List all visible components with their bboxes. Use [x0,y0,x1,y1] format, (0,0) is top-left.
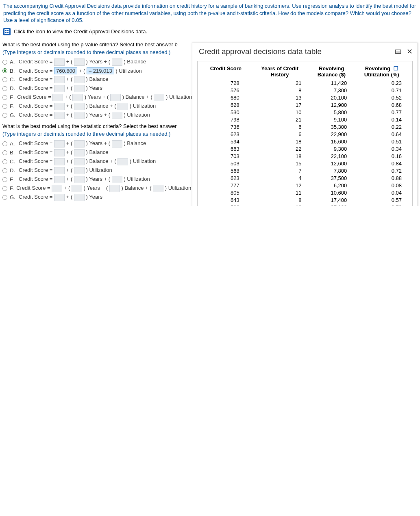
input-box[interactable] [154,94,164,101]
cell: 0.71 [354,87,409,94]
option-letter: E. [10,176,16,182]
cell: 10 [251,108,309,116]
cell: 503 [201,160,251,167]
cell: 0.08 [354,182,409,189]
cell: 777 [201,182,251,189]
input-box[interactable] [72,185,82,192]
radio-icon[interactable] [2,95,7,100]
radio-icon[interactable] [2,141,7,146]
input-box[interactable] [54,167,65,174]
input-box[interactable] [74,76,85,83]
input-box[interactable] [54,149,65,156]
q1-option-C[interactable]: C.Credit Score = + ( ) Balance [2,76,189,83]
table-row: 56877,8000.72 [201,167,409,174]
cell: 22,900 [309,130,354,138]
cell: 0.34 [354,145,409,152]
radio-icon[interactable] [2,177,7,182]
q1-hint: (Type integers or decimals rounded to th… [2,49,189,55]
minimize-icon[interactable] [395,50,401,54]
input-box[interactable] [109,185,120,192]
input-box[interactable] [74,149,85,156]
input-box[interactable] [110,94,121,101]
input-box[interactable] [74,103,85,110]
option-body: Credit Score = + ( ) Years + ( ) Utiliza… [19,112,150,119]
input-box[interactable] [72,94,83,101]
input-box[interactable] [54,76,65,83]
table-row: 5261327,1000.78 [201,204,409,206]
input-box[interactable] [54,176,65,183]
q2-option-E[interactable]: E.Credit Score = + ( ) Years + ( ) Utili… [2,176,189,183]
input-box[interactable] [74,59,85,66]
cell: 5,800 [309,108,354,116]
radio-icon[interactable] [2,159,7,164]
input-box[interactable] [52,185,62,192]
cell: 0.78 [354,204,409,206]
input-box[interactable] [54,194,65,201]
radio-icon[interactable] [2,150,7,155]
question-prompt: The accompanying Credit Approval Decisio… [0,0,420,26]
input-box[interactable] [74,194,85,201]
radio-icon[interactable] [2,86,7,91]
radio-icon[interactable] [2,68,7,73]
cell: 628 [201,101,251,108]
q1-option-E[interactable]: E.Credit Score = + ( ) Years + ( ) Balan… [2,94,189,101]
radio-icon[interactable] [2,104,7,109]
option-letter: A. [10,141,16,147]
input-box[interactable] [118,103,128,110]
q2-option-D[interactable]: D.Credit Score = + ( ) Utilization [2,167,189,174]
cell: 623 [201,174,251,182]
cell: 22 [251,145,309,152]
q2-text: What is the best model using the t-stati… [2,123,189,129]
q2-option-F[interactable]: F.Credit Score = + ( ) Years + ( ) Balan… [2,185,189,192]
input-box[interactable] [74,85,85,92]
cell: 663 [201,145,251,152]
option-letter: D. [10,85,16,91]
input-box[interactable] [74,140,85,147]
close-icon[interactable]: ✕ [407,49,413,54]
input-box[interactable] [112,140,122,147]
input-box[interactable] [54,103,65,110]
cell: 6 [251,123,309,130]
table-row: 530105,8000.77 [201,108,409,116]
q1-option-G[interactable]: G.Credit Score = + ( ) Years + ( ) Utili… [2,112,189,119]
input-box[interactable] [54,158,65,165]
q1-option-A[interactable]: A.Credit Score = + ( ) Years + ( ) Balan… [2,59,189,66]
q2-option-G[interactable]: G.Credit Score = + ( ) Years [2,194,189,201]
filled-value[interactable]: – 219.013 [87,67,114,74]
cell: 8 [251,87,309,94]
cell: 37,500 [309,174,354,182]
view-data-link[interactable]: Click the icon to view the Credit Approv… [14,28,147,35]
input-box[interactable] [112,59,122,66]
filled-value[interactable]: 760.800 [54,67,77,74]
q1-option-D[interactable]: D.Credit Score = + ( ) Years [2,85,189,92]
option-body: Credit Score = + ( ) Years + ( ) Balance… [16,185,191,192]
input-box[interactable] [112,112,122,119]
radio-icon[interactable] [2,77,7,82]
input-box[interactable] [74,176,85,183]
input-box[interactable] [74,158,85,165]
q1-option-F[interactable]: F.Credit Score = + ( ) Balance + ( ) Uti… [2,103,189,110]
input-box[interactable] [153,185,163,192]
input-box[interactable] [54,112,65,119]
q1-option-B[interactable]: B.Credit Score = 760.800 + ( – 219.013 )… [2,67,189,74]
cell: 0.51 [354,138,409,145]
table-icon[interactable] [3,28,11,35]
radio-icon[interactable] [2,168,7,173]
input-box[interactable] [118,158,128,165]
input-box[interactable] [74,112,85,119]
cell: 805 [201,189,251,196]
input-box[interactable] [52,94,63,101]
q2-option-C[interactable]: C.Credit Score = + ( ) Balance + ( ) Uti… [2,158,189,165]
radio-icon[interactable] [2,195,7,200]
input-box[interactable] [54,85,65,92]
input-box[interactable] [112,176,122,183]
input-box[interactable] [74,167,85,174]
radio-icon[interactable] [2,60,7,65]
input-box[interactable] [54,59,65,66]
q2-option-A[interactable]: A.Credit Score = + ( ) Years + ( ) Balan… [2,140,189,147]
radio-icon[interactable] [2,113,7,118]
q2-option-B[interactable]: B.Credit Score = + ( ) Balance [2,149,189,156]
radio-icon[interactable] [2,186,7,191]
input-box[interactable] [54,140,65,147]
copy-icon[interactable]: ❐ [392,65,398,72]
